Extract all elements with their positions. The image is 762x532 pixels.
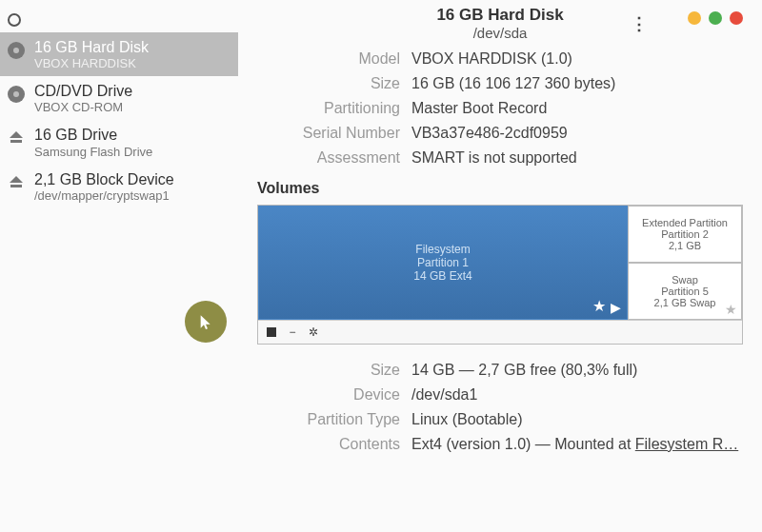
volumes-toolbar: − ✲: [258, 320, 742, 344]
minimize-button[interactable]: [688, 11, 701, 25]
label-device: Device: [257, 386, 400, 404]
label-size: Size: [257, 75, 400, 92]
menu-button[interactable]: ⋮: [631, 13, 648, 34]
value-contents: Ext4 (version 1.0) — Mounted at Filesyst…: [411, 436, 738, 453]
device-item-block[interactable]: 2,1 GB Block Device /dev/mapper/cryptswa…: [0, 165, 238, 208]
device-subtitle: VBOX HARDDISK: [34, 56, 149, 70]
contents-prefix: Ext4 (version 1.0) — Mounted at: [411, 436, 635, 452]
label-ptype: Partition Type: [257, 411, 400, 428]
value-partitioning: Master Boot Record: [411, 100, 547, 117]
volume-part: Partition 2: [661, 228, 709, 240]
eject-icon: [6, 172, 27, 193]
value-part-size: 14 GB — 2,7 GB free (80,3% full): [411, 362, 637, 379]
volume-part: Partition 5: [661, 286, 709, 297]
device-title: 2,1 GB Block Device: [34, 170, 174, 188]
options-button[interactable]: ✲: [306, 325, 321, 340]
volume-size: 14 GB Ext4: [413, 269, 471, 283]
volume-name: Swap: [672, 274, 698, 286]
volume-partition-2[interactable]: Extended Partition Partition 2 2,1 GB: [628, 206, 742, 263]
close-button[interactable]: [730, 11, 743, 25]
device-subtitle: VBOX CD-ROM: [34, 100, 132, 114]
value-assessment: SMART is not supported: [411, 149, 577, 167]
value-device: /dev/sda1: [411, 386, 477, 404]
star-icon[interactable]: ★: [592, 297, 606, 315]
device-title: 16 GB Drive: [34, 126, 152, 144]
volumes-diagram: Filesystem Partition 1 14 GB Ext4 ★ ▶ Ex…: [257, 205, 743, 345]
delete-button[interactable]: −: [285, 325, 300, 340]
page-title: 16 GB Hard Disk: [436, 6, 563, 25]
unmount-button[interactable]: [264, 325, 279, 340]
device-title: CD/DVD Drive: [34, 82, 132, 100]
star-icon[interactable]: ★: [725, 302, 737, 317]
label-serial: Serial Number: [257, 125, 400, 142]
label-contents: Contents: [257, 436, 400, 453]
volume-partition-5[interactable]: Swap Partition 5 2,1 GB Swap ★: [628, 263, 742, 320]
volume-name: Extended Partition: [642, 217, 728, 228]
device-item-hard-disk[interactable]: 16 GB Hard Disk VBOX HARDDISK: [0, 32, 238, 76]
value-ptype: Linux (Bootable): [411, 411, 523, 428]
eject-icon: [6, 128, 27, 148]
window-controls: [688, 11, 743, 25]
label-assessment: Assessment: [257, 149, 400, 167]
value-model: VBOX HARDDISK (1.0): [411, 50, 572, 68]
volume-size: 2,1 GB Swap: [654, 297, 716, 308]
device-item-cd-dvd[interactable]: CD/DVD Drive VBOX CD-ROM: [0, 76, 238, 120]
play-icon[interactable]: ▶: [611, 300, 621, 315]
disk-icon: [6, 40, 27, 61]
volume-name: Filesystem: [413, 243, 471, 256]
titlebar: 16 GB Hard Disk /dev/sda ⋮: [257, 6, 743, 41]
app-icon-row: [0, 8, 238, 32]
volume-part: Partition 1: [413, 256, 471, 269]
volume-partition-1[interactable]: Filesystem Partition 1 14 GB Ext4 ★ ▶: [258, 206, 628, 320]
value-size: 16 GB (16 106 127 360 bytes): [411, 75, 615, 92]
label-model: Model: [257, 50, 400, 68]
main-panel: 16 GB Hard Disk /dev/sda ⋮ ModelVBOX HAR…: [238, 0, 762, 532]
device-sidebar: 16 GB Hard Disk VBOX HARDDISK CD/DVD Dri…: [0, 0, 238, 532]
device-subtitle: /dev/mapper/cryptswap1: [34, 188, 174, 203]
value-serial: VB3a37e486-2cdf0959: [411, 125, 568, 142]
device-title: 16 GB Hard Disk: [34, 38, 149, 56]
device-item-flash[interactable]: 16 GB Drive Samsung Flash Drive: [0, 120, 238, 164]
label-partitioning: Partitioning: [257, 100, 400, 117]
label-part-size: Size: [257, 362, 400, 379]
page-subtitle: /dev/sda: [436, 25, 563, 41]
volume-size: 2,1 GB: [669, 240, 701, 251]
disk-icon: [6, 84, 27, 105]
maximize-button[interactable]: [709, 11, 722, 25]
app-icon: [8, 13, 21, 27]
device-subtitle: Samsung Flash Drive: [34, 145, 152, 159]
volumes-heading: Volumes: [257, 180, 743, 197]
mount-link[interactable]: Filesystem R…: [635, 436, 738, 452]
